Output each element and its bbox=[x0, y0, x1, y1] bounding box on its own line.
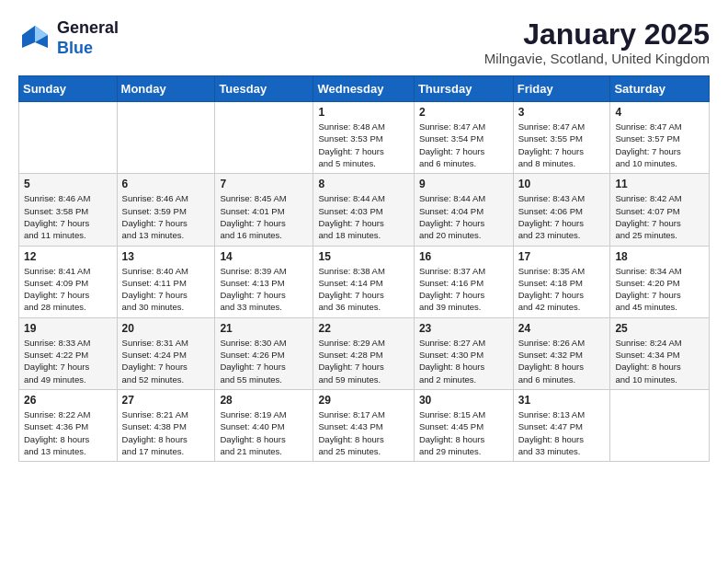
day-number: 8 bbox=[318, 178, 408, 190]
day-info: Sunrise: 8:21 AM Sunset: 4:38 PM Dayligh… bbox=[122, 408, 210, 457]
day-info: Sunrise: 8:15 AM Sunset: 4:45 PM Dayligh… bbox=[419, 408, 508, 457]
day-header-tuesday: Tuesday bbox=[215, 76, 313, 102]
day-header-sunday: Sunday bbox=[19, 76, 118, 102]
day-info: Sunrise: 8:35 AM Sunset: 4:18 PM Dayligh… bbox=[518, 265, 606, 314]
logo: General Blue bbox=[18, 18, 119, 58]
day-number: 11 bbox=[615, 178, 704, 190]
day-info: Sunrise: 8:34 AM Sunset: 4:20 PM Dayligh… bbox=[615, 265, 704, 314]
calendar-cell: 2Sunrise: 8:47 AM Sunset: 3:54 PM Daylig… bbox=[414, 102, 513, 174]
day-header-wednesday: Wednesday bbox=[313, 76, 414, 102]
day-info: Sunrise: 8:26 AM Sunset: 4:32 PM Dayligh… bbox=[518, 337, 606, 385]
day-info: Sunrise: 8:42 AM Sunset: 4:07 PM Dayligh… bbox=[615, 192, 704, 241]
day-info: Sunrise: 8:44 AM Sunset: 4:04 PM Dayligh… bbox=[419, 192, 508, 241]
calendar-cell bbox=[610, 389, 710, 461]
calendar-cell: 12Sunrise: 8:41 AM Sunset: 4:09 PM Dayli… bbox=[19, 246, 118, 317]
day-number: 16 bbox=[419, 250, 508, 263]
calendar-cell: 26Sunrise: 8:22 AM Sunset: 4:36 PM Dayli… bbox=[19, 389, 118, 461]
day-info: Sunrise: 8:47 AM Sunset: 3:57 PM Dayligh… bbox=[615, 121, 704, 169]
calendar-cell bbox=[117, 102, 215, 174]
day-info: Sunrise: 8:45 AM Sunset: 4:01 PM Dayligh… bbox=[220, 192, 308, 241]
page-header: General Blue January 2025 Milngavie, Sco… bbox=[18, 18, 710, 66]
day-number: 6 bbox=[122, 178, 210, 190]
day-header-monday: Monday bbox=[117, 76, 215, 102]
day-info: Sunrise: 8:30 AM Sunset: 4:26 PM Dayligh… bbox=[220, 337, 308, 385]
calendar-cell: 11Sunrise: 8:42 AM Sunset: 4:07 PM Dayli… bbox=[610, 174, 710, 246]
calendar-cell bbox=[19, 102, 118, 174]
calendar-cell: 4Sunrise: 8:47 AM Sunset: 3:57 PM Daylig… bbox=[610, 102, 710, 174]
calendar-cell: 28Sunrise: 8:19 AM Sunset: 4:40 PM Dayli… bbox=[215, 389, 313, 461]
logo-text: General Blue bbox=[57, 18, 119, 58]
day-header-thursday: Thursday bbox=[414, 76, 513, 102]
day-info: Sunrise: 8:38 AM Sunset: 4:14 PM Dayligh… bbox=[318, 265, 408, 314]
week-row-4: 19Sunrise: 8:33 AM Sunset: 4:22 PM Dayli… bbox=[19, 317, 710, 389]
day-info: Sunrise: 8:41 AM Sunset: 4:09 PM Dayligh… bbox=[24, 265, 112, 314]
calendar-cell: 25Sunrise: 8:24 AM Sunset: 4:34 PM Dayli… bbox=[610, 317, 710, 389]
day-info: Sunrise: 8:37 AM Sunset: 4:16 PM Dayligh… bbox=[419, 265, 508, 314]
day-number: 29 bbox=[318, 394, 408, 407]
calendar-cell: 30Sunrise: 8:15 AM Sunset: 4:45 PM Dayli… bbox=[414, 389, 513, 461]
day-info: Sunrise: 8:39 AM Sunset: 4:13 PM Dayligh… bbox=[220, 265, 308, 314]
day-info: Sunrise: 8:31 AM Sunset: 4:24 PM Dayligh… bbox=[122, 337, 210, 385]
day-number: 19 bbox=[24, 322, 112, 335]
calendar-cell: 24Sunrise: 8:26 AM Sunset: 4:32 PM Dayli… bbox=[513, 317, 610, 389]
day-header-saturday: Saturday bbox=[610, 76, 710, 102]
day-info: Sunrise: 8:40 AM Sunset: 4:11 PM Dayligh… bbox=[122, 265, 210, 314]
calendar-cell: 23Sunrise: 8:27 AM Sunset: 4:30 PM Dayli… bbox=[414, 317, 513, 389]
week-row-5: 26Sunrise: 8:22 AM Sunset: 4:36 PM Dayli… bbox=[19, 389, 710, 461]
day-header-row: SundayMondayTuesdayWednesdayThursdayFrid… bbox=[19, 76, 710, 102]
calendar-header: SundayMondayTuesdayWednesdayThursdayFrid… bbox=[19, 76, 710, 102]
day-info: Sunrise: 8:29 AM Sunset: 4:28 PM Dayligh… bbox=[318, 337, 408, 385]
calendar-cell: 16Sunrise: 8:37 AM Sunset: 4:16 PM Dayli… bbox=[414, 246, 513, 317]
day-info: Sunrise: 8:17 AM Sunset: 4:43 PM Dayligh… bbox=[318, 408, 408, 457]
day-number: 5 bbox=[24, 178, 112, 190]
day-number: 21 bbox=[220, 322, 308, 335]
title-block: January 2025 Milngavie, Scotland, United… bbox=[484, 18, 710, 66]
day-number: 20 bbox=[122, 322, 210, 335]
calendar-cell: 21Sunrise: 8:30 AM Sunset: 4:26 PM Dayli… bbox=[215, 317, 313, 389]
day-number: 1 bbox=[318, 106, 408, 119]
calendar-cell bbox=[215, 102, 313, 174]
week-row-3: 12Sunrise: 8:41 AM Sunset: 4:09 PM Dayli… bbox=[19, 246, 710, 317]
day-info: Sunrise: 8:27 AM Sunset: 4:30 PM Dayligh… bbox=[419, 337, 508, 385]
calendar-cell: 19Sunrise: 8:33 AM Sunset: 4:22 PM Dayli… bbox=[19, 317, 118, 389]
day-number: 13 bbox=[122, 250, 210, 263]
day-number: 23 bbox=[419, 322, 508, 335]
calendar-cell: 14Sunrise: 8:39 AM Sunset: 4:13 PM Dayli… bbox=[215, 246, 313, 317]
day-number: 18 bbox=[615, 250, 704, 263]
day-number: 14 bbox=[220, 250, 308, 263]
day-header-friday: Friday bbox=[513, 76, 610, 102]
day-number: 31 bbox=[518, 394, 606, 407]
day-info: Sunrise: 8:44 AM Sunset: 4:03 PM Dayligh… bbox=[318, 192, 408, 241]
day-number: 15 bbox=[318, 250, 408, 263]
calendar-cell: 17Sunrise: 8:35 AM Sunset: 4:18 PM Dayli… bbox=[513, 246, 610, 317]
day-info: Sunrise: 8:22 AM Sunset: 4:36 PM Dayligh… bbox=[24, 408, 112, 457]
day-info: Sunrise: 8:46 AM Sunset: 3:58 PM Dayligh… bbox=[24, 192, 112, 241]
calendar-cell: 18Sunrise: 8:34 AM Sunset: 4:20 PM Dayli… bbox=[610, 246, 710, 317]
calendar-body: 1Sunrise: 8:48 AM Sunset: 3:53 PM Daylig… bbox=[19, 102, 710, 462]
day-info: Sunrise: 8:19 AM Sunset: 4:40 PM Dayligh… bbox=[220, 408, 308, 457]
day-number: 28 bbox=[220, 394, 308, 407]
calendar-cell: 8Sunrise: 8:44 AM Sunset: 4:03 PM Daylig… bbox=[313, 174, 414, 246]
day-info: Sunrise: 8:24 AM Sunset: 4:34 PM Dayligh… bbox=[615, 337, 704, 385]
day-number: 9 bbox=[419, 178, 508, 190]
day-info: Sunrise: 8:47 AM Sunset: 3:54 PM Dayligh… bbox=[419, 121, 508, 169]
day-info: Sunrise: 8:13 AM Sunset: 4:47 PM Dayligh… bbox=[518, 408, 606, 457]
calendar-cell: 29Sunrise: 8:17 AM Sunset: 4:43 PM Dayli… bbox=[313, 389, 414, 461]
calendar: SundayMondayTuesdayWednesdayThursdayFrid… bbox=[18, 75, 710, 462]
calendar-cell: 6Sunrise: 8:46 AM Sunset: 3:59 PM Daylig… bbox=[117, 174, 215, 246]
day-number: 7 bbox=[220, 178, 308, 190]
day-number: 17 bbox=[518, 250, 606, 263]
logo-icon bbox=[18, 22, 51, 55]
location: Milngavie, Scotland, United Kingdom bbox=[484, 51, 710, 66]
day-number: 27 bbox=[122, 394, 210, 407]
calendar-cell: 7Sunrise: 8:45 AM Sunset: 4:01 PM Daylig… bbox=[215, 174, 313, 246]
day-number: 10 bbox=[518, 178, 606, 190]
calendar-cell: 5Sunrise: 8:46 AM Sunset: 3:58 PM Daylig… bbox=[19, 174, 118, 246]
day-number: 26 bbox=[24, 394, 112, 407]
calendar-cell: 27Sunrise: 8:21 AM Sunset: 4:38 PM Dayli… bbox=[117, 389, 215, 461]
calendar-cell: 15Sunrise: 8:38 AM Sunset: 4:14 PM Dayli… bbox=[313, 246, 414, 317]
day-number: 24 bbox=[518, 322, 606, 335]
day-number: 25 bbox=[615, 322, 704, 335]
day-info: Sunrise: 8:46 AM Sunset: 3:59 PM Dayligh… bbox=[122, 192, 210, 241]
calendar-cell: 3Sunrise: 8:47 AM Sunset: 3:55 PM Daylig… bbox=[513, 102, 610, 174]
